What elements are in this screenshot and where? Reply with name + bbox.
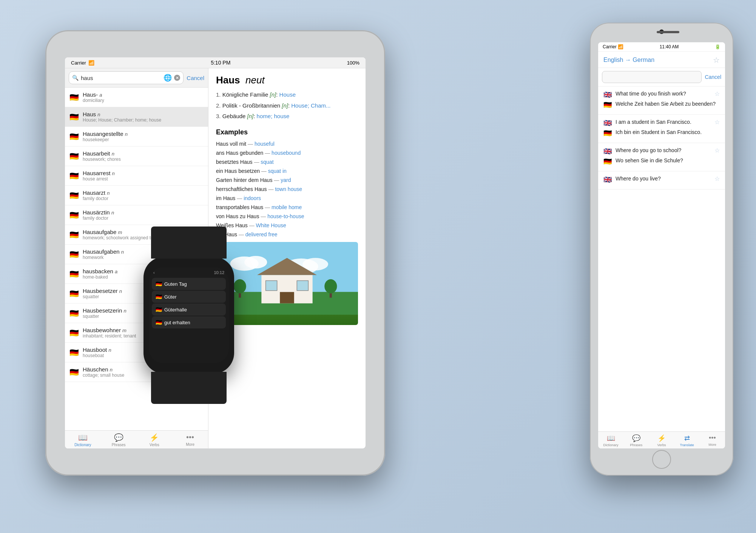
word-subtitle: house arrest xyxy=(83,176,204,182)
example-item: Haus voll mit — houseful xyxy=(216,141,358,147)
flag-icon: 🇩🇪 xyxy=(69,250,79,259)
iphone-battery: 🔋 xyxy=(715,44,721,49)
word-type: n xyxy=(112,171,115,176)
apple-watch: ‹ 10:12 🇩🇪Guten Tag🇩🇪Güter🇩🇪Güterhalle🇩🇪… xyxy=(143,257,234,374)
word-list-item[interactable]: 🇩🇪 Haus n House; House; Chamber; home; h… xyxy=(65,107,208,127)
phrase-star-icon[interactable]: ☆ xyxy=(714,147,720,154)
globe-icon[interactable]: 🌐 xyxy=(164,74,172,82)
word-list-item[interactable]: 🇩🇪 Hausarzt n family doctor xyxy=(65,186,208,205)
search-query[interactable]: haus xyxy=(81,75,161,81)
flag-icon: 🇩🇪 xyxy=(69,289,79,298)
definition-list: 1. Königliche Familie [n]: House2. Polit… xyxy=(216,91,358,121)
iphone-search-bar: Cancel xyxy=(598,68,725,86)
iphone-speaker xyxy=(657,31,679,33)
word-list-item[interactable]: 🇩🇪 Haus- a domiciliary xyxy=(65,88,208,107)
word-subtitle: housekeeper xyxy=(83,137,204,142)
iphone-header: English → German ☆ xyxy=(598,52,725,68)
iphone-tab-bar: 📖 Dictionary 💬 Phrases ⚡ Verbs ⇄ Transla… xyxy=(598,431,725,448)
house-image xyxy=(216,242,358,325)
flag-icon: 🇩🇪 xyxy=(69,368,79,377)
phrase-star-icon[interactable]: ☆ xyxy=(714,90,720,97)
flag-icon: 🇩🇪 xyxy=(69,132,79,141)
en-flag-icon: 🇬🇧 xyxy=(603,147,612,156)
iphone-lang-pair: English → German xyxy=(603,57,654,63)
ipad-tab-more[interactable]: ••• More xyxy=(172,433,208,447)
phrase-pair: 🇬🇧 Where do you go to school? ☆ 🇩🇪 Wo se… xyxy=(598,143,725,171)
watch-item-text: Güter xyxy=(164,294,177,300)
phrase-en-text: Where do you live? xyxy=(616,175,711,183)
search-input-wrapper[interactable]: 🔍 haus 🌐 ✕ xyxy=(69,71,184,84)
word-type: n xyxy=(119,288,122,294)
phrase-star-icon[interactable]: ☆ xyxy=(714,119,720,126)
svg-rect-8 xyxy=(280,292,294,303)
iphone-status-bar: Carrier 📶 11:40 AM 🔋 xyxy=(598,42,725,52)
ipad-right-panel: Haus neut 1. Königliche Familie [n]: Hou… xyxy=(208,68,366,448)
phrase-row-en: 🇬🇧 I am a student in San Francisco. ☆ xyxy=(603,119,720,127)
en-flag-icon: 🇬🇧 xyxy=(603,91,612,99)
flag-icon: 🇩🇪 xyxy=(69,93,79,102)
de-flag-icon: 🇩🇪 xyxy=(603,129,612,137)
watch-screen: ‹ 10:12 🇩🇪Guten Tag🇩🇪Güter🇩🇪Güterhalle🇩🇪… xyxy=(149,267,229,363)
watch-list: 🇩🇪Guten Tag🇩🇪Güter🇩🇪Güterhalle🇩🇪gut erha… xyxy=(149,276,229,363)
ipad-tab-verbs[interactable]: ⚡ Verbs xyxy=(137,433,173,447)
example-item: im Haus — indoors xyxy=(216,195,358,201)
iphone-tab-verbs[interactable]: ⚡ Verbs xyxy=(649,434,674,447)
example-item: transportables Haus — mobile home xyxy=(216,204,358,210)
search-bar: 🔍 haus 🌐 ✕ Cancel xyxy=(65,68,208,88)
iphone-tab-icon: 📖 xyxy=(607,434,615,442)
svg-rect-9 xyxy=(266,280,277,290)
phrase-star-icon[interactable]: ☆ xyxy=(714,175,720,182)
flag-icon: 🇩🇪 xyxy=(69,152,79,161)
ipad-status-bar: Carrier 📶 5:10 PM 100% xyxy=(65,57,366,68)
search-cancel-button[interactable]: Cancel xyxy=(187,75,204,81)
entry-word: Haus xyxy=(216,74,240,86)
example-item: von Haus zu Haus — house-to-house xyxy=(216,213,358,219)
word-subtitle: family doctor xyxy=(83,216,204,221)
watch-list-item[interactable]: 🇩🇪Güterhalle xyxy=(152,303,226,316)
iphone-home-button[interactable] xyxy=(652,450,671,469)
word-type: m xyxy=(122,328,127,333)
word-list-item[interactable]: 🇩🇪 Hausarrest n house arrest xyxy=(65,166,208,186)
watch-list-item[interactable]: 🇩🇪Guten Tag xyxy=(152,278,226,290)
svg-point-12 xyxy=(234,279,246,293)
ipad-tab-phrases[interactable]: 💬 Phrases xyxy=(101,433,137,447)
watch-item-text: gut erhalten xyxy=(164,320,190,325)
word-type: a xyxy=(99,92,102,98)
phrase-de-text: Welche Zeit haben Sie Arbeit zu beenden? xyxy=(616,100,720,108)
ipad-tab-bar: 📖 Dictionary 💬 Phrases ⚡ Verbs ••• More xyxy=(65,430,208,448)
flag-icon: 🇩🇪 xyxy=(69,211,79,220)
favorite-star-icon[interactable]: ☆ xyxy=(713,55,720,65)
definition-item: 2. Politik - Großbritannien [n]: House; … xyxy=(216,102,358,110)
iphone-tab-translate[interactable]: ⇄ Translate xyxy=(674,434,700,447)
tab-icon: ••• xyxy=(186,433,194,442)
phrase-pair: 🇬🇧 I am a student in San Francisco. ☆ 🇩🇪… xyxy=(598,115,725,143)
flag-icon: 🇩🇪 xyxy=(69,112,79,122)
word-list-item[interactable]: 🇩🇪 Hausarbeit n housework; chores xyxy=(65,146,208,166)
word-list-item[interactable]: 🇩🇪 Hausangestellte n housekeeper xyxy=(65,127,208,146)
word-list-item[interactable]: 🇩🇪 Hausärztin n family doctor xyxy=(65,205,208,225)
watch-chevron: ‹ xyxy=(153,270,155,275)
watch-flag-icon: 🇩🇪 xyxy=(156,294,162,300)
watch-list-item[interactable]: 🇩🇪Güter xyxy=(152,291,226,303)
watch-flag-icon: 🇩🇪 xyxy=(156,307,162,313)
iphone-tab-more[interactable]: ••• More xyxy=(700,434,725,447)
word-type: n xyxy=(121,249,124,255)
iphone-tab-phrases[interactable]: 💬 Phrases xyxy=(623,434,649,447)
iphone-cancel-button[interactable]: Cancel xyxy=(705,74,721,80)
watch-item-text: Güterhalle xyxy=(164,307,187,313)
iphone-carrier: Carrier 📶 xyxy=(603,44,623,49)
ipad-tab-dictionary[interactable]: 📖 Dictionary xyxy=(65,433,101,447)
clear-icon[interactable]: ✕ xyxy=(174,75,180,81)
phrase-row-de: 🇩🇪 Ich bin ein Student in San Francisco. xyxy=(603,129,720,137)
iphone-tab-dictionary[interactable]: 📖 Dictionary xyxy=(598,434,623,447)
word-title: Hausarzt n xyxy=(83,189,204,196)
tab-label: Dictionary xyxy=(74,443,91,447)
definition-item: 3. Gebäude [n]: home; house xyxy=(216,112,358,121)
watch-list-item[interactable]: 🇩🇪gut erhalten xyxy=(152,316,226,328)
iphone-search-input[interactable] xyxy=(602,71,702,83)
word-subtitle: domiciliary xyxy=(83,98,204,103)
en-flag-icon: 🇬🇧 xyxy=(603,176,612,184)
iphone-tab-label: Verbs xyxy=(657,443,666,447)
svg-point-2 xyxy=(244,256,267,268)
word-type: n xyxy=(111,210,114,216)
